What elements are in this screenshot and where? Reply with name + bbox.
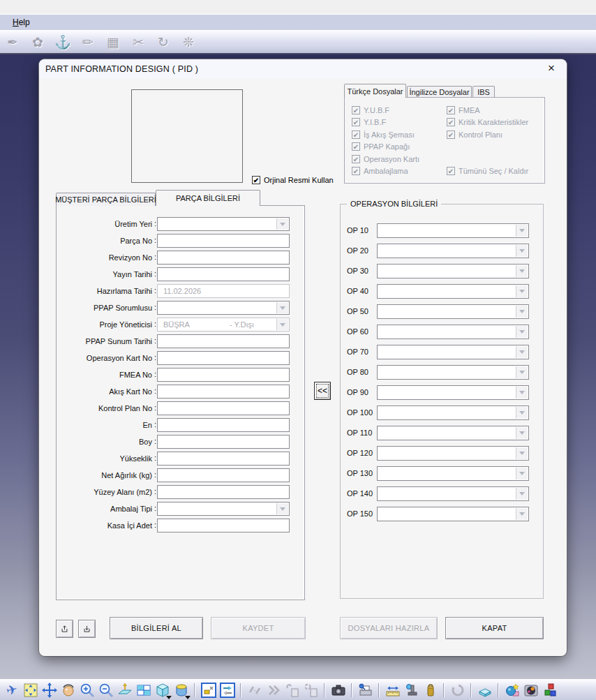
pan-icon[interactable]: [40, 681, 59, 699]
op-label: OP 110: [347, 429, 372, 437]
copy-view-icon[interactable]: [301, 681, 320, 699]
dropdown-arrow-icon[interactable]: [516, 488, 528, 500]
combo-OP70[interactable]: [377, 345, 529, 359]
disabled-tool-icon[interactable]: ↻: [151, 34, 176, 50]
hide-show-icon[interactable]: [199, 681, 218, 699]
op-label: OP 40: [347, 287, 368, 295]
ops-host: OP 10OP 20OP 30OP 40OP 50OP 60OP 70OP 80…: [39, 59, 567, 656]
op-label: OP 60: [347, 327, 368, 336]
dropdown-arrow-icon[interactable]: [516, 346, 528, 358]
zoom-out-icon[interactable]: [96, 681, 115, 699]
rgb-environment-icon[interactable]: [540, 681, 559, 699]
dropdown-arrow-icon[interactable]: [516, 468, 528, 479]
combo-OP40[interactable]: [377, 284, 529, 299]
op-label: OP 80: [347, 368, 368, 376]
pid-dialog: PART INFORMATION DESIGN ( PID ) × ✔ Orji…: [39, 59, 567, 656]
rendering-icon[interactable]: [521, 681, 540, 699]
toolbar-separator: [324, 683, 325, 697]
op-label: OP 20: [347, 246, 368, 255]
toolbar-separator: [378, 683, 380, 697]
fast-update-icon[interactable]: [264, 681, 283, 699]
toolbar-separator: [470, 683, 472, 697]
tab-turkce-dosyalar[interactable]: Türkçe Dosyalar: [344, 84, 406, 98]
op-label: OP 100: [347, 408, 373, 417]
top-toolbar: ✒✿⚓✏▦✂↻❊: [0, 30, 596, 54]
op-label: OP 130: [347, 469, 373, 477]
combo-OP120[interactable]: [377, 446, 529, 461]
fly-mode-icon[interactable]: ✈: [2, 681, 21, 699]
op-label: OP 50: [347, 307, 368, 315]
combo-OP60[interactable]: [377, 325, 529, 339]
dropdown-caret: [185, 696, 191, 699]
dropdown-arrow-icon[interactable]: [516, 427, 528, 439]
measure-between-icon[interactable]: [383, 681, 402, 699]
tab-parca-bilgileri[interactable]: PARÇA BİLGİLERİ: [156, 190, 260, 206]
menu-help[interactable]: Help: [13, 17, 30, 27]
render-style-icon[interactable]: [172, 681, 191, 699]
disabled-tool-icon[interactable]: ✿: [25, 34, 50, 50]
capture-icon[interactable]: [329, 681, 348, 699]
dropdown-arrow-icon[interactable]: [516, 508, 528, 520]
catalog-browser-icon[interactable]: [448, 681, 467, 699]
combo-OP50[interactable]: [377, 304, 529, 319]
catia-window: Help ✒✿⚓✏▦✂↻❊ PART INFORMATION DESIGN ( …: [0, 0, 596, 700]
combo-OP90[interactable]: [377, 385, 529, 400]
library-icon[interactable]: [475, 681, 494, 699]
op-label: OP 140: [347, 489, 373, 498]
create-multi-view-icon[interactable]: [134, 681, 153, 699]
isometric-view-icon[interactable]: [153, 681, 172, 699]
toolbar-separator: [351, 683, 352, 697]
toolbar-separator: [498, 683, 499, 697]
unlink-icon[interactable]: [245, 681, 264, 699]
combo-OP30[interactable]: [377, 264, 529, 278]
swap-visible-space-icon[interactable]: [218, 681, 237, 699]
toolbar-separator: [194, 683, 195, 697]
apply-material-icon[interactable]: [502, 681, 521, 699]
menubar: Help: [0, 14, 596, 30]
bottom-toolbar: ✈: [0, 679, 596, 700]
dropdown-arrow-icon[interactable]: [516, 306, 528, 318]
combo-OP10[interactable]: [377, 223, 529, 238]
disabled-tool-icon[interactable]: ✒: [0, 34, 25, 50]
zoom-in-icon[interactable]: [77, 681, 96, 699]
quick-print-icon[interactable]: [356, 681, 375, 699]
fit-all-in-icon[interactable]: [21, 681, 40, 699]
dropdown-arrow-icon[interactable]: [516, 245, 528, 257]
dropdown-arrow-icon[interactable]: [516, 265, 528, 277]
combo-OP110[interactable]: [377, 426, 529, 440]
rotate-icon[interactable]: [59, 681, 77, 699]
dropdown-arrow-icon[interactable]: [516, 225, 528, 237]
dropdown-arrow-icon[interactable]: [516, 326, 528, 338]
op-label: OP 10: [347, 226, 368, 234]
disabled-tool-icon[interactable]: ✏: [75, 34, 100, 50]
dropdown-arrow-icon[interactable]: [516, 285, 528, 297]
combo-OP80[interactable]: [377, 365, 529, 380]
op-label: OP 70: [347, 348, 368, 356]
dropdown-arrow-icon[interactable]: [516, 387, 528, 399]
toolbar-separator: [240, 683, 241, 697]
op-label: OP 120: [347, 449, 373, 457]
disabled-tool-icon[interactable]: ⚓: [50, 34, 75, 50]
dropdown-caret: [166, 696, 172, 699]
dropdown-arrow-icon[interactable]: [516, 407, 528, 419]
disabled-tool-icon[interactable]: ✂: [126, 34, 151, 50]
op-label: OP 150: [347, 509, 373, 518]
measure-inertia-icon[interactable]: [421, 681, 440, 699]
op-label: OP 30: [347, 267, 368, 275]
dropdown-arrow-icon[interactable]: [516, 447, 528, 459]
combo-OP20[interactable]: [377, 244, 529, 258]
viewport-3d[interactable]: PART INFORMATION DESIGN ( PID ) × ✔ Orji…: [0, 56, 596, 679]
disabled-tool-icon[interactable]: ❊: [176, 34, 201, 50]
disabled-tool-icon[interactable]: ▦: [100, 34, 126, 50]
normal-view-icon[interactable]: [115, 681, 134, 699]
combo-OP140[interactable]: [377, 486, 529, 501]
dropdown-arrow-icon[interactable]: [516, 366, 528, 378]
combo-OP150[interactable]: [377, 507, 529, 521]
combo-OP100[interactable]: [377, 405, 529, 420]
window-titlebar: [0, 0, 596, 14]
combo-OP130[interactable]: [377, 466, 529, 481]
op-label: OP 90: [347, 388, 368, 396]
toolbar-separator: [443, 683, 445, 697]
measure-item-icon[interactable]: [402, 681, 421, 699]
copy-with-link-icon[interactable]: [283, 681, 301, 699]
